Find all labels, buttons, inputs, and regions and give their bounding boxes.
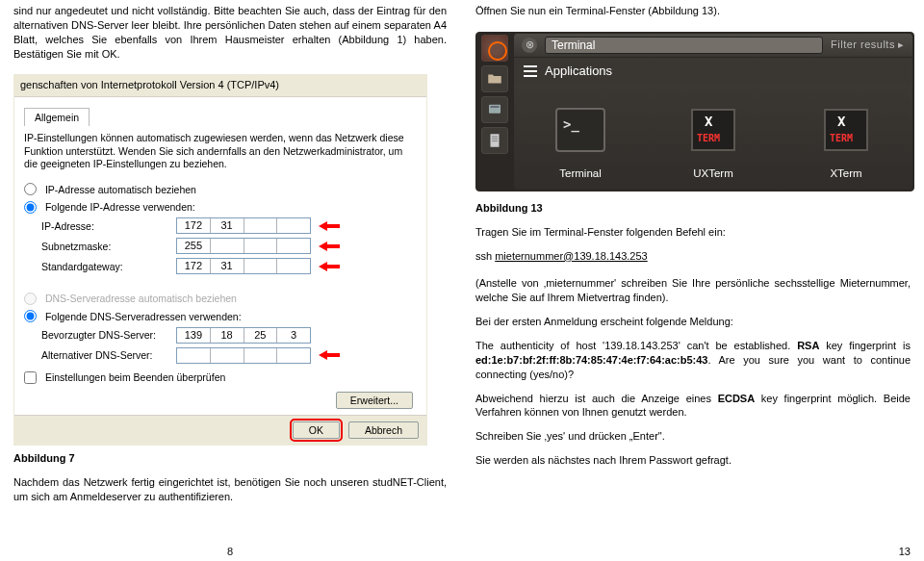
ubuntu-dash: ⊗ Terminal Filter results ▸ Applications… [475, 32, 914, 191]
dns2-input[interactable] [176, 347, 311, 364]
right-type-cmd: Tragen Sie im Terminal-Fenster folgenden… [475, 225, 911, 240]
ssh-command: ssh mieternummer@139.18.143.253 [475, 249, 911, 264]
mask-label: Subnetzmaske: [41, 240, 176, 253]
tile-terminal[interactable]: Terminal [514, 99, 647, 182]
category-icon [524, 65, 537, 77]
dns2-label: Alternativer DNS-Server: [41, 348, 176, 362]
page-number-left: 8 [227, 546, 233, 557]
ip-input[interactable]: 17231 [176, 217, 311, 234]
dialog-title: genschaften von Internetprotokoll Versio… [14, 75, 426, 97]
figure13-caption: Abbildung 13 [475, 201, 911, 216]
page-number-right: 13 [899, 546, 911, 557]
radio-ip-auto-input[interactable] [24, 183, 37, 195]
tab-allgemein[interactable]: Allgemein [24, 108, 90, 126]
p-ecdsa: Abweichend hierzu ist auch die Anzeige e… [475, 392, 911, 421]
chk-verify[interactable] [24, 371, 37, 384]
dns1-input[interactable]: 13918253 [176, 327, 311, 344]
app-icon[interactable] [481, 96, 508, 123]
svg-rect-5 [492, 140, 498, 141]
arrow-icon [319, 241, 340, 252]
radio-dns-manual-input[interactable] [24, 310, 37, 322]
p-first: Bei der ersten Anmeldung erscheint folge… [475, 315, 911, 329]
dns1-row: Bevorzugter DNS-Server: 13918253 [41, 327, 417, 344]
radio-ip-manual-input[interactable] [24, 201, 37, 214]
search-bar: ⊗ Terminal Filter results ▸ [513, 33, 913, 58]
tcpip-dialog: genschaften von Internetprotokoll Versio… [13, 74, 427, 446]
mask-row: Subnetzmaske: 255 [41, 238, 417, 254]
gw-row: Standardgateway: 17231 [41, 258, 417, 274]
ip-label: IP-Adresse: [41, 219, 176, 233]
advanced-button[interactable]: Erweitert... [336, 392, 413, 409]
tile-terminal-label: Terminal [559, 167, 601, 179]
radio-dns-manual[interactable]: Folgende DNS-Serveradressen verwenden: [24, 309, 417, 323]
svg-rect-0 [489, 105, 500, 114]
radio-ip-manual-label: Folgende IP-Adresse verwenden: [45, 201, 195, 213]
ok-button[interactable]: OK [293, 421, 340, 439]
terminal-icon [555, 108, 605, 152]
doc-icon[interactable] [481, 127, 508, 154]
uxterm-icon [691, 109, 735, 151]
radio-ip-manual[interactable]: Folgende IP-Adresse verwenden: [24, 199, 417, 214]
chk-row[interactable]: Einstellungen beim Beenden überprüfen [24, 370, 417, 384]
radio-dns-auto-input [24, 293, 37, 305]
left-after: Nachdem das Netzwerk fertig eingerichtet… [13, 475, 447, 504]
arrow-icon [319, 220, 340, 232]
xterm-icon [824, 109, 868, 151]
search-input[interactable]: Terminal [545, 37, 823, 54]
tile-xterm[interactable]: XTerm [780, 99, 912, 182]
tile-xterm-label: XTerm [830, 167, 861, 179]
p-auth: The authenticity of host '139.18.143.253… [475, 339, 911, 382]
cancel-button[interactable]: Abbrech [348, 421, 419, 439]
radio-dns-manual-label: Folgende DNS-Serveradressen verwenden: [45, 311, 242, 322]
p-yes: Schreiben Sie ‚yes' und drücken „Enter". [475, 429, 911, 444]
radio-dns-auto: DNS-Serveradresse automatisch beziehen [24, 291, 417, 305]
dns1-label: Bevorzugter DNS-Server: [41, 328, 176, 342]
dialog-hint: IP-Einstellungen können automatisch zuge… [24, 132, 417, 169]
arrow-icon [319, 349, 340, 361]
right-open: Öffnen Sie nun ein Terminal-Fenster (Abb… [475, 4, 911, 18]
left-intro: sind nur angedeutet und nicht vollständi… [13, 4, 447, 61]
arrow-icon [319, 261, 340, 272]
figure7-caption: Abbildung 7 [13, 451, 447, 466]
mask-input[interactable]: 255 [176, 238, 311, 254]
svg-rect-1 [491, 106, 500, 108]
ssh-link: mieternummer@139.18.143.253 [495, 250, 648, 262]
svg-rect-4 [492, 139, 498, 140]
svg-rect-3 [492, 136, 498, 137]
p-pw: Sie werden als nächstes nach Ihrem Passw… [475, 453, 911, 468]
category-label: Applications [545, 63, 612, 80]
filter-results[interactable]: Filter results ▸ [831, 38, 905, 52]
p-anstelle: (Anstelle von ‚mieternummer' schreiben S… [475, 276, 911, 305]
gw-input[interactable]: 17231 [176, 258, 311, 274]
radio-dns-auto-label: DNS-Serveradresse automatisch beziehen [45, 293, 237, 304]
chk-verify-label: Einstellungen beim Beenden überprüfen [45, 371, 225, 383]
category-applications: Applications [513, 58, 913, 85]
close-icon[interactable]: ⊗ [522, 38, 537, 53]
radio-ip-auto-label: IP-Adresse automatisch beziehen [45, 184, 196, 195]
dns2-row: Alternativer DNS-Server: [41, 347, 417, 364]
files-icon[interactable] [481, 65, 508, 92]
dash-icon[interactable] [481, 35, 508, 62]
radio-ip-auto[interactable]: IP-Adresse automatisch beziehen [24, 182, 417, 196]
gw-label: Standardgateway: [41, 260, 176, 273]
tile-uxterm[interactable]: UXTerm [647, 99, 780, 182]
ubuntu-launcher [479, 33, 510, 194]
tile-uxterm-label: UXTerm [693, 167, 733, 179]
ip-row: IP-Adresse: 17231 [41, 217, 417, 234]
